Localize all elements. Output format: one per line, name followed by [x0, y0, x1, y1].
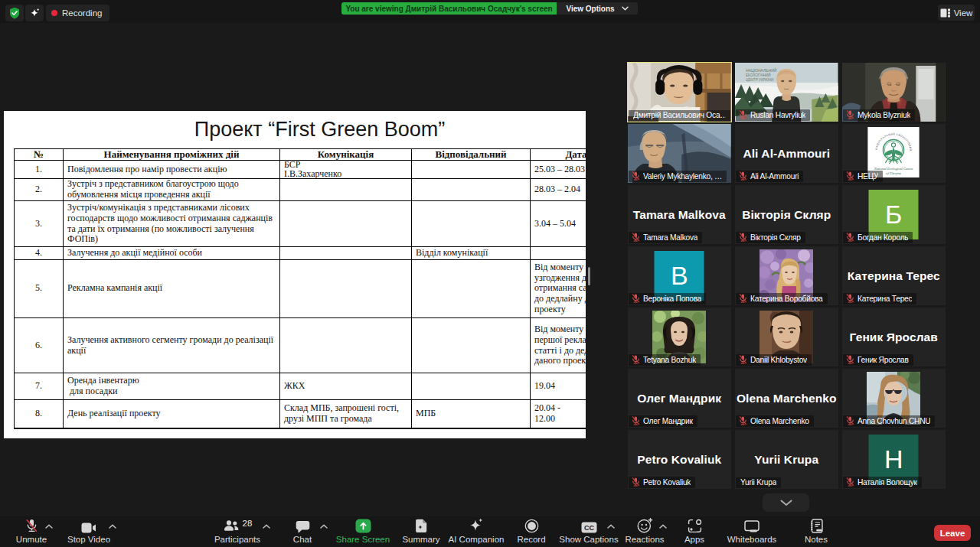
table-cell-responsible: Відділ комунікації: [412, 247, 531, 260]
table-cell-date: 28.03 – 2.04: [531, 179, 586, 201]
table-cell-action: Зустріч/комунікація з представниками ліс…: [64, 201, 280, 247]
participants-label: Participants: [214, 535, 260, 544]
share-scrollbar-thumb[interactable]: [588, 267, 590, 285]
participant-tile-19[interactable]: Petro Kovaliuk Petro Kovaliuk: [628, 430, 731, 489]
microphone-muted-icon: [632, 171, 640, 181]
participant-name-label: Mykola Blyzniuk: [858, 111, 910, 119]
viewing-banner-text: You are viewing Дмитрій Васильович Осадч…: [341, 2, 557, 15]
recording-indicator[interactable]: Recording: [46, 5, 109, 21]
table-cell-communication: [280, 318, 412, 373]
project-table: №Найменування проміжних дійКомунікаціяВі…: [14, 148, 586, 429]
view-layout-icon: [940, 8, 950, 18]
participant-tile-4[interactable]: Valeriy Mykhaylenko, …: [628, 124, 731, 183]
participant-name-label: Вікторія Скляр: [750, 233, 801, 242]
participant-name-label: НЕЦУ: [858, 172, 878, 181]
participant-tile-20[interactable]: Yurii KrupaYurii Krupa: [735, 430, 838, 489]
captions-icon: CC: [581, 522, 597, 533]
shared-screen-document: Проект “First Green Boom” №Найменування …: [4, 111, 586, 438]
stop-video-label: Stop Video: [67, 535, 110, 544]
participant-name-chip: Богдан Король: [843, 232, 913, 243]
participant-name-chip: Mykola Blyzniuk: [843, 109, 915, 121]
participant-name-label: Yurii Krupa: [740, 478, 776, 487]
participant-tile-14[interactable]: Daniil Khlobystov: [735, 308, 838, 366]
chevron-down-icon: [780, 500, 792, 506]
participant-name-label: Olena Marchenko: [750, 417, 809, 425]
apps-icon: [688, 519, 702, 533]
gallery-more-button[interactable]: [763, 493, 809, 512]
notes-button[interactable]: Notes: [774, 518, 858, 544]
participant-name-chip: Daniil Khlobystov: [736, 354, 812, 366]
table-cell-num: 8.: [15, 400, 64, 428]
table-cell-date: Від моменту виходу першої реклами чи ста…: [531, 318, 586, 373]
participant-name-label: Богдан Король: [858, 233, 908, 242]
table-cell-num: 4.: [15, 247, 64, 260]
microphone-muted-icon: [846, 110, 854, 119]
participant-tile-15[interactable]: Геник Ярослав Геник Ярослав: [842, 308, 946, 366]
participant-name-chip: Ali Al-Ammouri: [736, 171, 803, 182]
table-row: 3.Зустріч/комунікація з представниками л…: [15, 201, 586, 247]
participant-tile-3[interactable]: Mykola Blyzniuk: [842, 63, 946, 122]
table-row: 4.Залучення до акції медійної особиВідді…: [15, 247, 586, 260]
screen-viewing-banner: You are viewing Дмитрій Васильович Осадч…: [341, 2, 638, 15]
participant-name-chip: Tamara Malkova: [629, 232, 702, 243]
whiteboard-icon: [744, 520, 760, 533]
table-cell-action: Рекламна кампанія акції: [64, 259, 280, 318]
table-cell-num: 6.: [15, 318, 64, 373]
table-cell-responsible: [412, 318, 531, 373]
participant-tile-5[interactable]: Ali Al-Ammouri Ali Al-Ammouri: [735, 124, 838, 183]
microphone-muted-icon: [739, 110, 747, 119]
participant-tile-11[interactable]: Катерина Воробйова: [735, 246, 838, 305]
participant-tile-1[interactable]: Дмитрій Васильович Оса…: [628, 63, 731, 122]
table-cell-communication: [280, 179, 412, 201]
view-layout-button[interactable]: View: [938, 5, 975, 21]
table-cell-date: 19.04: [531, 373, 586, 400]
participant-tile-13[interactable]: Tetyana Bozhuk: [628, 308, 731, 366]
participant-name-label: Valeriy Mykhaylenko, …: [643, 172, 722, 181]
document-title: Проект “First Green Boom”: [4, 118, 586, 142]
participant-tile-10[interactable]: В Вероніка Попова: [628, 246, 731, 305]
participant-name-chip: Ruslan Havryliuk: [736, 109, 810, 121]
participant-tile-8[interactable]: Вікторія Скляр Вікторія Скляр: [735, 185, 838, 244]
participant-tile-2[interactable]: НАЦІОНАЛЬНИЙ ЕКОЛОГІЧНИЙ ЦЕНТР УКРАЇНИ R…: [735, 63, 838, 122]
table-cell-communication: [280, 201, 412, 247]
table-cell-responsible: [412, 179, 531, 201]
participant-name-chip: Anna Chovhun CHNU: [843, 415, 935, 427]
table-cell-date: 20.04 - 12.00: [531, 400, 586, 428]
table-cell-responsible: [412, 373, 531, 400]
microphone-muted-icon: [739, 294, 747, 303]
participants-count: 28: [243, 519, 253, 528]
svg-text:ЕКОЛОГІЧНИЙ: ЕКОЛОГІЧНИЙ: [746, 72, 771, 77]
participant-name-chip: Yurii Krupa: [736, 477, 781, 488]
notes-label: Notes: [805, 535, 828, 544]
participant-tile-21[interactable]: Н Наталія Волощук: [842, 430, 946, 489]
view-options-button[interactable]: View Options: [557, 2, 638, 15]
participant-tile-12[interactable]: Катерина Терес Катерина Терес: [842, 246, 946, 305]
recording-label: Recording: [62, 8, 102, 18]
participant-name-label: Геник Ярослав: [858, 356, 909, 364]
stop-video-button[interactable]: Stop Video: [47, 518, 131, 544]
participant-name-chip: Вікторія Скляр: [736, 232, 805, 243]
meeting-top-bar: Recording You are viewing Дмитрій Василь…: [0, 0, 980, 23]
leave-button[interactable]: Leave: [934, 525, 971, 541]
table-header-row: №Найменування проміжних дійКомунікаціяВі…: [15, 149, 586, 161]
table-cell-action: Залучення до акції медійної особи: [64, 247, 280, 260]
table-header-cell: Найменування проміжних дій: [64, 149, 280, 161]
participant-tile-18[interactable]: Anna Chovhun CHNU: [842, 369, 946, 428]
table-cell-action: Оренда інвентарю для посадки: [64, 373, 280, 400]
participant-tile-7[interactable]: Tamara Malkova Tamara Malkova: [628, 185, 731, 244]
whiteboards-label: Whiteboards: [727, 535, 777, 544]
ai-companion-topbar-button[interactable]: [25, 5, 44, 21]
participant-name-chip: Олег Мандрик: [629, 415, 697, 427]
table-cell-num: 7.: [15, 373, 64, 400]
participant-tile-16[interactable]: Олег Мандрик Олег Мандрик: [628, 369, 731, 428]
share-screen-icon: [355, 519, 371, 533]
table-cell-date: 25.03 – 28.03: [531, 161, 586, 179]
participant-tile-17[interactable]: Olena Marchenko Olena Marchenko: [735, 369, 838, 428]
notes-icon: [810, 519, 823, 533]
sparkle-icon: [29, 8, 41, 19]
participant-tile-6[interactable]: НАЦІОНАЛЬНИЙ ЕКОЛОГІЧНИЙ ЦЕНТР УКРАЇНИ N…: [842, 124, 946, 183]
security-button[interactable]: [5, 5, 24, 21]
table-cell-date: 3.04 – 5.04: [531, 201, 586, 247]
participant-tile-9[interactable]: Б Богдан Король: [842, 185, 946, 244]
video-options-chevron[interactable]: [109, 524, 116, 529]
